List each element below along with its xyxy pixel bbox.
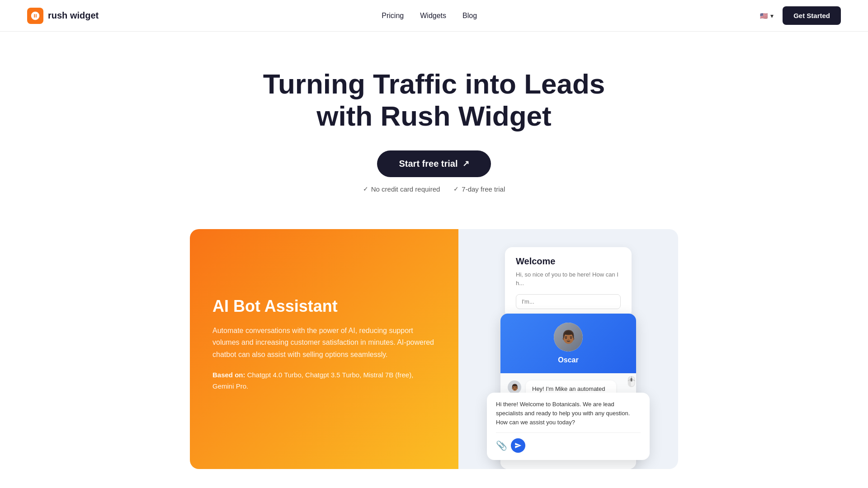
check-icon: ✓ xyxy=(363,185,368,192)
nav-pricing[interactable]: Pricing xyxy=(382,12,404,20)
demo-right-panel: Welcome Hi, so nice of you to be here! H… xyxy=(458,229,678,469)
attachment-icon[interactable]: 📎 xyxy=(496,440,507,451)
nav-widgets[interactable]: Widgets xyxy=(420,12,446,20)
trial-badge: ✓ 7-day free trial xyxy=(453,185,505,193)
agent-name: Oscar xyxy=(509,356,627,364)
flag-icon: 🇺🇸 xyxy=(760,12,768,19)
send-button[interactable] xyxy=(511,438,525,453)
nav-links: Pricing Widgets Blog xyxy=(382,12,477,20)
welcome-card: Welcome Hi, so nice of you to be here! H… xyxy=(505,247,632,318)
demo-left-panel: AI Bot Assistant Automate conversations … xyxy=(190,229,458,469)
navbar: rush widget Pricing Widgets Blog 🇺🇸 ▾ Ge… xyxy=(0,0,868,32)
demo-description: Automate conversations with the power of… xyxy=(212,325,436,361)
cursor-icon: 🖱️ xyxy=(625,376,637,388)
avatar: 👨🏾 xyxy=(554,323,583,352)
based-on: Based on: Chatgpt 4.0 Turbo, Chatgpt 3.5… xyxy=(212,370,436,392)
start-trial-button[interactable]: Start free trial ↗ xyxy=(377,150,491,177)
get-started-button[interactable]: Get Started xyxy=(783,6,841,25)
nav-blog[interactable]: Blog xyxy=(462,12,477,20)
language-selector[interactable]: 🇺🇸 ▾ xyxy=(760,12,774,19)
welcome-input[interactable] xyxy=(516,294,621,309)
demo-title: AI Bot Assistant xyxy=(212,297,436,316)
arrow-icon: ↗ xyxy=(462,159,469,169)
chat-header: 👨🏾 Oscar xyxy=(500,314,636,373)
nav-right: 🇺🇸 ▾ Get Started xyxy=(760,6,841,25)
avatar-image: 👨🏾 xyxy=(554,323,583,352)
logo-link[interactable]: rush widget xyxy=(27,8,99,24)
hero-badges: ✓ No credit card required ✓ 7-day free t… xyxy=(9,185,859,193)
bottom-chat-card: Hi there! Welcome to Botanicals. We are … xyxy=(487,393,650,460)
based-on-label: Based on: xyxy=(212,371,245,379)
chevron-down-icon: ▾ xyxy=(770,12,774,19)
bottom-chat-input-row: 📎 xyxy=(496,432,641,453)
bottom-chat-text: Hi there! Welcome to Botanicals. We are … xyxy=(496,400,641,427)
logo-text: rush widget xyxy=(48,10,99,21)
msg-avatar-1: 👨🏾 xyxy=(508,380,521,394)
check-icon-2: ✓ xyxy=(453,185,459,192)
hero-section: Turning Traffic into Leads with Rush Wid… xyxy=(0,32,868,211)
welcome-title: Welcome xyxy=(516,256,621,267)
hero-headline: Turning Traffic into Leads with Rush Wid… xyxy=(253,68,615,132)
no-credit-badge: ✓ No credit card required xyxy=(363,185,440,193)
demo-section: AI Bot Assistant Automate conversations … xyxy=(163,229,705,469)
welcome-input-row xyxy=(516,294,621,309)
welcome-text: Hi, so nice of you to be here! How can I… xyxy=(516,270,621,288)
logo-icon xyxy=(27,8,43,24)
